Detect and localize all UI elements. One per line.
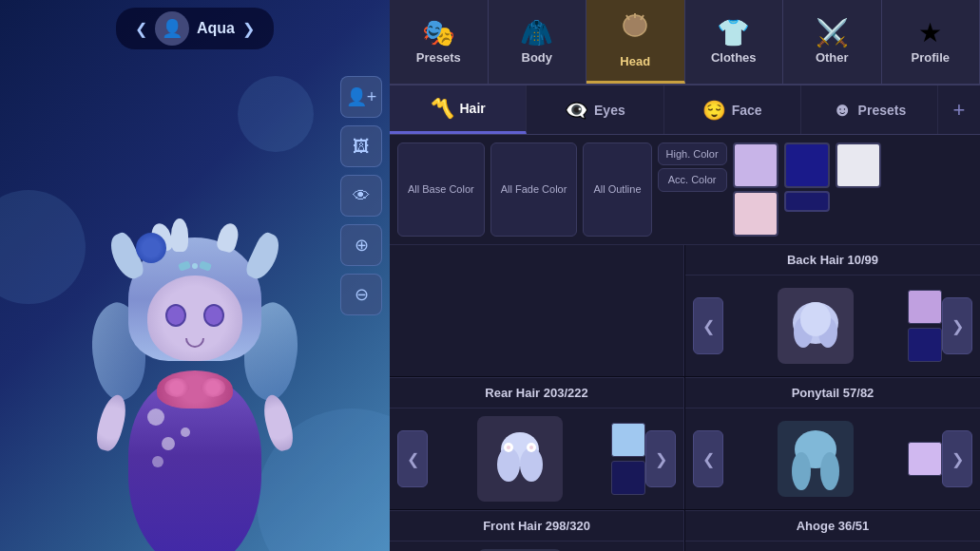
zoom-in-button[interactable]: ⊕: [340, 224, 382, 266]
rear-hair-next-button[interactable]: ❯: [645, 430, 676, 487]
eyes-sub-icon: 👁‍🗨: [565, 99, 588, 122]
back-hair-swatches: [908, 290, 942, 362]
swatch-group-1: [733, 142, 778, 237]
rear-hair-swatches: [611, 423, 645, 495]
rear-hair-swatch-1[interactable]: [611, 423, 645, 457]
swatch-group-2: [784, 142, 830, 237]
tab-profile[interactable]: ★ Profile: [882, 0, 981, 84]
svg-point-7: [800, 302, 831, 336]
add-user-icon: 👤+: [346, 86, 377, 107]
rear-hair-title: Rear Hair 203/222: [485, 386, 587, 400]
all-outline-button[interactable]: All Outline: [583, 142, 651, 237]
acc-color-button[interactable]: Acc. Color: [658, 168, 727, 191]
ponytail-item[interactable]: [778, 421, 854, 497]
ponytail-swatch-1[interactable]: [908, 442, 942, 476]
clothes-label: Clothes: [711, 50, 757, 65]
body-icon: 🧥: [520, 20, 553, 47]
zoom-out-icon: ⊖: [355, 284, 369, 305]
prev-character-button[interactable]: ❮: [135, 20, 147, 38]
gallery-button[interactable]: 🖼: [340, 125, 382, 167]
svg-point-12: [507, 446, 510, 449]
back-hair-item[interactable]: [778, 288, 854, 364]
back-hair-swatch-1[interactable]: [908, 290, 942, 324]
back-hair-next-button[interactable]: ❯: [942, 297, 972, 354]
image-icon: 🖼: [353, 137, 370, 157]
face-sub-icon: 😌: [702, 99, 726, 122]
acc-color-label: Acc. Color: [668, 173, 717, 186]
svg-point-0: [624, 15, 646, 36]
presets-sub-icon: ☻: [833, 99, 853, 121]
swatch-fade-color[interactable]: [733, 191, 778, 237]
character-name: Aqua: [197, 20, 235, 37]
back-hair-title: Back Hair 10/99: [787, 253, 878, 267]
swatch-outline-color[interactable]: [784, 142, 830, 188]
svg-point-14: [529, 446, 533, 449]
front-hair-content: ❮ ❯: [390, 542, 683, 551]
back-hair-content: ❮ ❯: [685, 276, 980, 376]
tab-presets[interactable]: 🎭 Presets: [390, 0, 489, 84]
back-hair-swatch-2[interactable]: [908, 328, 942, 362]
back-hair-header: Back Hair 10/99: [685, 245, 980, 276]
tab-head[interactable]: Head: [586, 0, 685, 84]
all-outline-label: All Outline: [593, 182, 641, 196]
sub-tab-hair[interactable]: 〽️ Hair: [390, 86, 527, 134]
eyes-sub-label: Eyes: [594, 103, 625, 118]
ponytail-header: Ponytail 57/82: [685, 378, 980, 408]
back-hair-prev-button[interactable]: ❮: [693, 297, 723, 354]
add-sub-button[interactable]: +: [938, 86, 980, 134]
rear-hair-header: Rear Hair 203/222: [390, 378, 683, 408]
rear-hair-prev-button[interactable]: ❮: [397, 430, 428, 487]
front-hair-title: Front Hair 298/320: [483, 519, 590, 533]
swatch-high-color[interactable]: [836, 142, 881, 188]
character-flower: [136, 233, 166, 263]
back-hair-section: [390, 245, 684, 376]
all-fade-color-label: All Fade Color: [501, 182, 567, 196]
front-hair-section: Front Hair 298/320 ❮: [390, 510, 684, 551]
next-character-button[interactable]: ❯: [242, 20, 255, 38]
rear-hair-swatch-2[interactable]: [611, 461, 645, 495]
all-base-color-button[interactable]: All Base Color: [397, 142, 485, 237]
character-body: [109, 247, 280, 532]
eye-icon: 👁: [353, 186, 370, 206]
svg-point-10: [520, 447, 543, 482]
side-toolbar: 👤+ 🖼 👁 ⊕ ⊖: [340, 76, 382, 315]
character-eye-right: [203, 304, 224, 327]
svg-point-17: [820, 452, 839, 490]
character-avatar-icon: 👤: [155, 11, 189, 46]
body-label: Body: [522, 50, 553, 65]
rear-hair-display: [428, 416, 611, 502]
profile-icon: ★: [918, 20, 942, 47]
hair-sub-label: Hair: [460, 101, 486, 116]
character-eye-left: [165, 304, 186, 327]
tab-clothes[interactable]: 👕 Clothes: [685, 0, 784, 84]
all-fade-color-button[interactable]: All Fade Color: [490, 142, 578, 237]
sub-tab-eyes[interactable]: 👁‍🗨 Eyes: [527, 86, 663, 134]
sub-tab-presets[interactable]: ☻ Presets: [801, 86, 938, 134]
tab-body[interactable]: 🧥 Body: [489, 0, 587, 84]
character-eyes: [165, 304, 224, 327]
swatch-bottom[interactable]: [784, 191, 830, 212]
rear-hair-content: ❮: [390, 408, 683, 509]
character-torso: [157, 370, 233, 408]
ponytail-content: ❮ ❯: [685, 408, 980, 509]
swatch-group-3: [836, 142, 881, 237]
high-color-button[interactable]: High. Color: [658, 142, 727, 165]
sub-tab-face[interactable]: 😌 Face: [664, 86, 801, 134]
tab-other[interactable]: ⚔️ Other: [783, 0, 882, 84]
other-icon: ⚔️: [816, 20, 849, 47]
ponytail-next-button[interactable]: ❯: [942, 430, 972, 487]
back-hair-section-main: Back Hair 10/99 ❮: [685, 245, 980, 376]
sub-nav: 〽️ Hair 👁‍🗨 Eyes 😌 Face ☻ Presets +: [390, 86, 980, 135]
rear-hair-section: Rear Hair 203/222 ❮: [390, 377, 684, 509]
hair-grid: Back Hair 10/99 ❮: [390, 245, 980, 551]
character-panel: ❮ 👤 Aqua ❯: [0, 0, 390, 551]
ponytail-prev-button[interactable]: ❮: [693, 430, 723, 487]
right-panel: 🎭 Presets 🧥 Body Head 👕 Clothes ⚔️: [390, 0, 980, 551]
rear-hair-item[interactable]: [477, 416, 563, 502]
high-color-label: High. Color: [666, 147, 719, 161]
zoom-out-button[interactable]: ⊖: [340, 274, 382, 315]
swatch-base-color[interactable]: [733, 142, 778, 188]
ahoge-section: Ahoge 36/51 ❮ ❯: [685, 510, 980, 551]
hide-button[interactable]: 👁: [340, 175, 382, 217]
add-character-button[interactable]: 👤+: [340, 76, 382, 118]
